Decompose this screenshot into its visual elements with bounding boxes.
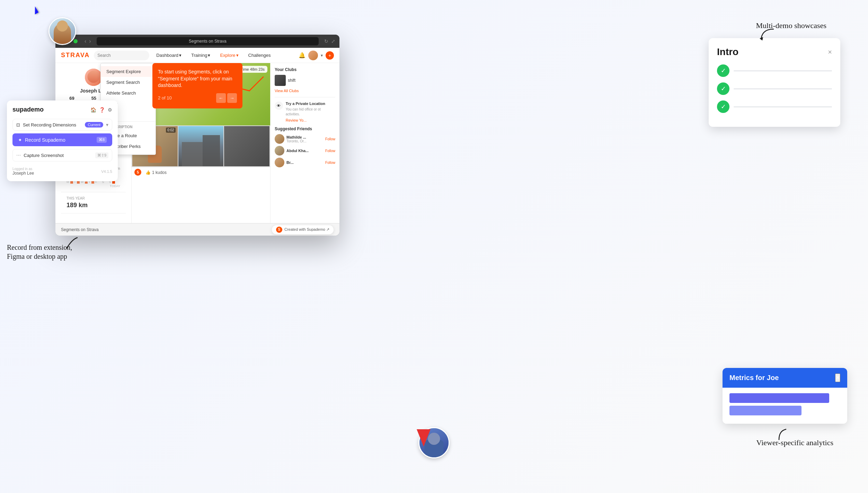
dropdown-segment-explore[interactable]: Segment Explore bbox=[101, 66, 156, 77]
current-badge: Current bbox=[85, 122, 103, 127]
metrics-bar-secondary bbox=[729, 406, 801, 415]
forward-button[interactable]: › bbox=[89, 38, 91, 44]
friend-2-follow[interactable]: Follow bbox=[325, 149, 335, 153]
metrics-close-button[interactable]: × bbox=[835, 373, 840, 382]
tooltip-nav: ← → bbox=[216, 93, 237, 103]
strava-right-panel: Your Clubs shift View All Clubs 👁 Try a … bbox=[270, 63, 339, 236]
browser-titlebar: ‹ › Segments on Strava ↻ ⤢ bbox=[55, 35, 339, 48]
annotation-arrow-1 bbox=[756, 27, 777, 41]
settings-icon[interactable]: ⚙ bbox=[108, 107, 112, 113]
intro-panel: Intro × ✓ ✓ ✓ bbox=[709, 38, 840, 127]
clubs-title: Your Clubs bbox=[275, 67, 335, 72]
friend-3-follow[interactable]: Follow bbox=[325, 161, 335, 165]
metrics-panel: Metrics for Joe × bbox=[723, 368, 847, 424]
cursor-arrow bbox=[32, 6, 38, 14]
created-badge[interactable]: S Created with Supademo ↗ bbox=[272, 225, 334, 235]
year-section: THIS YEAR 189 km bbox=[61, 192, 126, 213]
supademo-footer: Logged in as Joseph Lee V4.1.5 bbox=[12, 167, 112, 176]
red-arrow bbox=[417, 429, 431, 448]
browser-bottom-bar: Segments on Strava S Created with Supade… bbox=[55, 223, 339, 236]
chevron-down-icon: ▾ bbox=[106, 122, 108, 127]
tooltip-next[interactable]: → bbox=[227, 93, 237, 103]
dropdown-segment-search[interactable]: Segment Search bbox=[101, 77, 156, 88]
chart-bar-m bbox=[70, 181, 73, 184]
view-all-clubs[interactable]: View All Clubs bbox=[275, 89, 335, 93]
review-link[interactable]: Review Yo... bbox=[286, 118, 335, 122]
tooltip-step-indicator: 2 of 10 ← → bbox=[158, 93, 237, 103]
friend-3-avatar bbox=[275, 158, 284, 167]
annotation-record: Record from extension,Figma or desktop a… bbox=[7, 243, 72, 261]
photo-2 bbox=[178, 126, 224, 166]
nav-training[interactable]: Training ▾ bbox=[188, 53, 213, 58]
check-circle-2: ✓ bbox=[717, 82, 729, 95]
intro-close-button[interactable]: × bbox=[828, 48, 832, 56]
expand-icon[interactable]: ⤢ bbox=[331, 38, 335, 44]
annotation-arrow-3 bbox=[770, 428, 788, 441]
friend-1-follow[interactable]: Follow bbox=[325, 137, 335, 141]
followers-count: 55 bbox=[86, 96, 101, 101]
tooltip-step: 2 of 10 bbox=[158, 95, 172, 101]
logged-in-user: Joseph Lee bbox=[12, 171, 34, 176]
home-icon[interactable]: 🏠 bbox=[90, 107, 96, 113]
friend-2: Abdul Kha... Follow bbox=[275, 146, 335, 156]
annotation-arrow-2 bbox=[65, 236, 79, 250]
address-bar[interactable]: Segments on Strava bbox=[97, 37, 319, 45]
resize-icon: ⊡ bbox=[16, 122, 20, 127]
friend-2-avatar bbox=[275, 146, 284, 156]
tooltip-prev[interactable]: ← bbox=[216, 93, 226, 103]
intro-check-3: ✓ bbox=[717, 100, 832, 113]
kudos-row: 👍 1 kudos bbox=[145, 170, 167, 175]
supademo-logo: supademo bbox=[12, 106, 44, 113]
dropdown-athlete-search[interactable]: Athlete Search bbox=[101, 88, 156, 98]
strava-header: STRAVA Dashboard ▾ Training ▾ Explore ▾ … bbox=[55, 48, 339, 63]
screenshot-button[interactable]: ··· Capture Screenshot ⌘⇧9 bbox=[12, 149, 112, 161]
back-button[interactable]: ‹ bbox=[85, 38, 86, 44]
svg-marker-0 bbox=[417, 429, 431, 447]
check-line-2 bbox=[734, 88, 832, 89]
intro-header: Intro × bbox=[717, 46, 832, 58]
check-circle-1: ✓ bbox=[717, 64, 729, 77]
supademo-header: supademo 🏠 ❓ ⚙ bbox=[12, 106, 112, 113]
create-button[interactable]: + bbox=[326, 51, 334, 60]
logged-in-label: Logged in as bbox=[12, 167, 34, 171]
user-avatar[interactable] bbox=[308, 51, 318, 60]
check-circle-3: ✓ bbox=[717, 100, 729, 113]
strava-logo: STRAVA bbox=[61, 52, 90, 59]
kudos-icon: 👍 bbox=[145, 170, 151, 175]
version-label: V4.1.5 bbox=[101, 169, 112, 174]
nav-explore[interactable]: Explore ▾ bbox=[217, 53, 241, 58]
check-line-3 bbox=[734, 106, 832, 107]
private-location-title: Try a Private Location bbox=[286, 102, 335, 106]
intro-check-1: ✓ bbox=[717, 64, 832, 77]
search-input[interactable] bbox=[94, 51, 149, 60]
annotation-multi-demo: Multi-demo showcases bbox=[756, 21, 826, 31]
friend-1-name: Mathilde ... bbox=[286, 135, 323, 139]
friend-2-name: Abdul Kha... bbox=[286, 149, 323, 153]
screenshot-label: Capture Screenshot bbox=[24, 153, 64, 158]
question-icon[interactable]: ❓ bbox=[99, 107, 105, 113]
maximize-dot[interactable] bbox=[73, 39, 78, 43]
bell-icon[interactable]: 🔔 bbox=[299, 52, 305, 59]
activity-time: Time 48m 23s bbox=[241, 67, 265, 71]
intro-title: Intro bbox=[717, 46, 738, 58]
club-item[interactable]: shift bbox=[275, 75, 335, 86]
private-location: 👁 Try a Private Location You can hid off… bbox=[275, 97, 335, 122]
supademo-header-icons: 🏠 ❓ ⚙ bbox=[90, 107, 112, 113]
tooltip-text: To start using Segments, click on "Segme… bbox=[158, 69, 237, 89]
set-recording-row[interactable]: ⊡ Set Recording Dimensions Current ▾ bbox=[12, 119, 112, 131]
private-icon: 👁 bbox=[275, 102, 283, 110]
nav-dashboard[interactable]: Dashboard ▾ bbox=[153, 53, 184, 58]
record-supademo-button[interactable]: ✦ Record Supademo ⌘8 bbox=[12, 133, 112, 146]
friend-3: Br... Follow bbox=[275, 158, 335, 167]
annotation-analytics: Viewer-specific analytics bbox=[756, 438, 833, 448]
record-label: Record Supademo bbox=[25, 137, 65, 143]
nav-challenges[interactable]: Challenges bbox=[246, 53, 274, 58]
refresh-icon[interactable]: ↻ bbox=[324, 38, 328, 44]
supademo-panel: supademo 🏠 ❓ ⚙ ⊡ Set Recording Dimension… bbox=[7, 100, 118, 181]
private-location-desc: You can hid office or ot activities. bbox=[286, 107, 335, 117]
following-count: 69 bbox=[64, 96, 79, 101]
metrics-title: Metrics for Joe bbox=[729, 374, 779, 382]
browser-nav: ‹ › bbox=[85, 38, 91, 44]
profile-avatar bbox=[85, 69, 102, 86]
suggested-friends: Suggested Friends Mathilde ... Toronto, … bbox=[275, 126, 335, 167]
